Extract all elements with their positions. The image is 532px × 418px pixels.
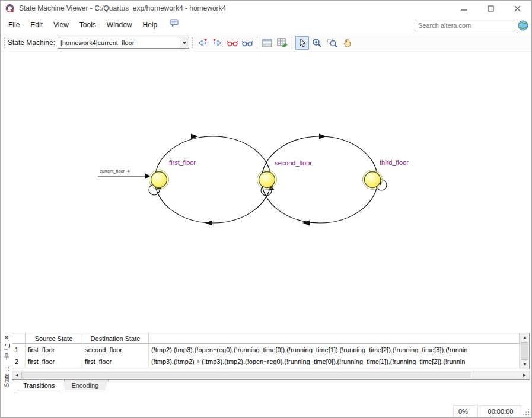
menu-file[interactable]: File: [3, 18, 25, 31]
menu-tools[interactable]: Tools: [74, 18, 101, 31]
forward-arrow-icon: [212, 38, 223, 47]
transitions-table: Source State Destination State 1 first_f…: [12, 333, 530, 369]
state-third-floor[interactable]: [365, 172, 381, 188]
scroll-left-button[interactable]: [12, 371, 21, 379]
statusbar: 0% 00:00:00: [1, 405, 531, 417]
window-title: State Machine Viewer - C:/Quartus_exp/ho…: [19, 4, 226, 12]
dropdown-arrow-icon: [183, 42, 186, 44]
row-number: 1: [12, 344, 26, 356]
zoom-selection-icon: [327, 38, 337, 48]
state-first-floor[interactable]: [151, 172, 167, 188]
panel-side-strip: State ...: [1, 331, 12, 390]
encoding-table-button[interactable]: [275, 36, 289, 50]
maximize-button[interactable]: [477, 1, 504, 16]
menu-edit[interactable]: Edit: [25, 18, 48, 31]
feedback-button[interactable]: [170, 19, 179, 30]
elapsed-time: 00:00:00: [480, 405, 521, 417]
table-row[interactable]: 1 first_floor second_floor (!tmp2).(tmp3…: [12, 344, 520, 356]
header-condition[interactable]: [149, 333, 520, 343]
state-machine-select-value: |homework4|current_floor: [58, 39, 180, 46]
toolbar-grip[interactable]: [192, 37, 193, 48]
condition-cell: (!tmp3).(!tmp2) + (!tmp3).(tmp2).(!open~…: [149, 356, 520, 368]
panel-pin-button[interactable]: [2, 352, 11, 360]
state-machine-label: State Machine:: [8, 39, 55, 47]
highlight-fan-in-button[interactable]: [225, 36, 239, 50]
scroll-down-button[interactable]: [520, 360, 529, 369]
close-icon: [4, 335, 9, 340]
blue-glasses-icon: [241, 39, 253, 47]
scroll-up-icon: [523, 336, 527, 339]
menu-view[interactable]: View: [48, 18, 74, 31]
header-source-state[interactable]: Source State: [26, 333, 82, 343]
select-tool-button[interactable]: [295, 36, 309, 50]
maximize-icon: [488, 5, 494, 12]
red-glasses-icon: [227, 39, 238, 47]
toolbar: State Machine: |homework4|current_floor: [1, 34, 531, 52]
search-box: [415, 20, 515, 31]
scroll-down-icon: [523, 363, 527, 366]
close-button[interactable]: [504, 1, 531, 16]
search-input[interactable]: [418, 22, 512, 29]
state-label-third-floor: third_floor: [380, 159, 409, 166]
pan-tool-button[interactable]: [340, 36, 353, 50]
vertical-scroll-track[interactable]: [520, 342, 529, 360]
scroll-up-button[interactable]: [520, 333, 529, 342]
transition-first-second[interactable]: [155, 136, 271, 223]
minimize-icon: [461, 5, 467, 12]
close-icon: [514, 5, 521, 12]
encoding-grid-icon: [277, 38, 288, 47]
vertical-scroll-thumb[interactable]: [521, 342, 528, 360]
tab-encoding[interactable]: Encoding: [61, 380, 109, 390]
state-machine-select[interactable]: |homework4|current_floor: [58, 37, 189, 49]
minimize-button[interactable]: [451, 1, 477, 16]
state-label-first-floor: first_floor: [169, 159, 196, 166]
toolbar-separator: [292, 37, 292, 49]
resize-grip-icon: [523, 409, 530, 416]
state-diagram: current_floor~4 first_floor second_floor…: [1, 52, 531, 331]
tab-transitions[interactable]: Transitions: [13, 380, 65, 390]
state-label-second-floor: second_floor: [275, 159, 312, 167]
initial-transition-label: current_floor~4: [100, 168, 130, 174]
condition-cell: (!tmp2).(tmp3).(!open~reg0).(!running_ti…: [149, 344, 520, 356]
menubar: File Edit View Tools Window Help: [1, 16, 531, 34]
titlebar: State Machine Viewer - C:/Quartus_exp/ho…: [1, 1, 531, 16]
tab-encoding-label: Encoding: [71, 382, 98, 389]
scroll-left-icon: [15, 374, 18, 377]
panel-close-button[interactable]: [2, 333, 11, 342]
previous-state-machine-button[interactable]: [196, 36, 209, 50]
zoom-in-icon: [312, 38, 322, 48]
table-row[interactable]: 2 first_floor first_floor (!tmp3).(!tmp2…: [12, 356, 520, 368]
horizontal-scroll-track[interactable]: [21, 371, 520, 379]
horizontal-scroll-thumb[interactable]: [21, 372, 470, 378]
transition-table-button[interactable]: [260, 36, 274, 50]
transition-second-third[interactable]: [262, 136, 378, 223]
vertical-scrollbar[interactable]: [520, 333, 529, 369]
web-search-button[interactable]: [518, 20, 528, 31]
source-state-cell: first_floor: [26, 356, 82, 368]
highlight-fan-out-button[interactable]: [240, 36, 254, 50]
diagram-canvas[interactable]: current_floor~4 first_floor second_floor…: [1, 52, 531, 331]
dropdown-button[interactable]: [180, 37, 189, 48]
scroll-right-button[interactable]: [520, 371, 529, 379]
resize-grip[interactable]: [521, 405, 531, 417]
zoom-selection-tool-button[interactable]: [325, 36, 339, 50]
horizontal-scrollbar[interactable]: [12, 371, 530, 379]
source-state-cell: first_floor: [26, 344, 82, 356]
cursor-arrow-icon: [298, 38, 307, 47]
toolbar-grip[interactable]: [4, 37, 5, 48]
arrowhead: [319, 134, 326, 139]
header-rownum: [12, 333, 26, 343]
row-number: 2: [12, 356, 26, 368]
tab-transitions-label: Transitions: [23, 382, 55, 389]
zoom-in-tool-button[interactable]: [310, 36, 324, 50]
panel-tabs: Transitions Encoding: [12, 379, 530, 390]
toolbar-separator: [257, 37, 257, 49]
header-destination-state[interactable]: Destination State: [82, 333, 149, 343]
scroll-right-icon: [523, 374, 526, 377]
next-state-machine-button[interactable]: [211, 36, 224, 50]
menu-window[interactable]: Window: [101, 18, 138, 31]
state-second-floor[interactable]: [259, 172, 275, 188]
arrowhead: [205, 221, 212, 226]
panel-float-button[interactable]: [2, 343, 11, 351]
menu-help[interactable]: Help: [138, 18, 163, 31]
